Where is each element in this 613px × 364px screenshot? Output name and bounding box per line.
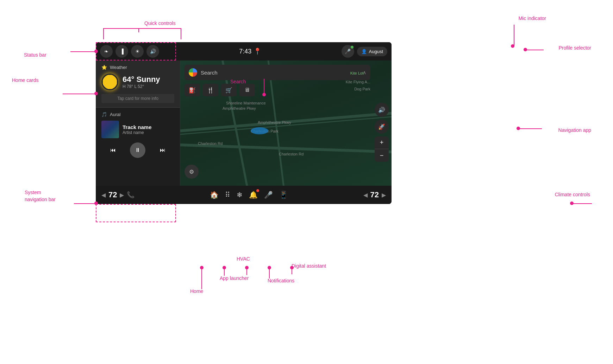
place-shoreline: Shoreline Maintenance [226,101,266,105]
screen-poi-button[interactable]: 🖥 [239,84,255,96]
weather-info: 64° Sunny H 78° L 52° [123,75,160,89]
status-bar-connector [70,51,96,52]
volume-button[interactable]: 🔊 [146,45,159,58]
car-ui-screen: ❧ ▐ ☀ 🔊 7:43 📍 🎤 👤 August [96,42,392,204]
annotation-search: Search [230,79,246,84]
temp-up-right-button[interactable]: ▶ [382,192,386,198]
home-cards-panel: ⭐ Weather 64° Sunny H 78° L 52° Tap card… [96,60,180,186]
map-search-bar[interactable]: Search ∧ [184,65,370,80]
brightness-button[interactable]: ☀ [131,45,144,58]
search-input[interactable]: Search [201,70,359,76]
system-nav-dashed-box [96,204,176,222]
map-settings-button[interactable]: ⚙ [184,165,199,179]
volume-icon: 🔊 [150,49,156,54]
weather-title-row: ⭐ Weather [101,65,174,70]
road-label-3: Charleston Rd [198,141,223,146]
annotation-home: Home [190,288,203,294]
status-bar-left: ❧ ▐ ☀ 🔊 [100,45,159,58]
volume-map-button[interactable]: 🔊 [375,103,389,117]
mic-connector-v [514,25,514,46]
weather-card[interactable]: ⭐ Weather 64° Sunny H 78° L 52° Tap card… [96,60,180,108]
location-marker [251,127,268,134]
place-dog-park: Dog Park [354,87,370,91]
navigation-button[interactable]: 🚀 [375,120,389,134]
quick-controls-line-h [103,28,181,29]
applauncher-dot [223,266,226,269]
notification-badge [256,189,259,192]
phone-icon[interactable]: 📞 [127,191,135,199]
mic-icon: 🎤 [345,49,351,54]
zoom-in-button[interactable]: + [375,136,389,149]
assistant-button[interactable]: 🎤 [264,191,273,199]
hvac-button[interactable]: ❄ [237,191,243,199]
play-pause-button[interactable]: ⏸ [130,142,145,158]
annotation-status-bar: Status bar [24,52,46,58]
home-cards-connector [63,94,96,94]
annotation-hvac: HVAC [237,256,250,262]
weather-main-content: 64° Sunny H 78° L 52° [101,74,174,90]
bluetooth-button[interactable]: ❧ [100,45,113,58]
phone-call-button[interactable]: 📱 [279,191,288,199]
annotation-app-launcher: App launcher [220,275,249,281]
quick-controls-line-v2 [181,28,181,39]
notifications-connector [269,268,270,279]
home-button[interactable]: 🏠 [210,191,219,199]
music-title-row: 🎵 Aural [101,112,174,117]
system-nav-connector [74,203,96,204]
status-bar-right: 🎤 👤 August [342,45,387,58]
nav-icons-center: 🏠 ⠿ ❄ 🔔 🎤 📱 [210,191,288,199]
music-app-icon: 🎵 [101,112,107,117]
annotation-digital-assistant: Digital assistant [292,263,326,269]
temp-down-right-button[interactable]: ◀ [363,192,368,198]
weather-icon: ⭐ [101,65,107,70]
temp-up-left-button[interactable]: ▶ [120,192,124,198]
album-art [101,121,119,138]
nav-app-connector [519,128,542,129]
place-kite-flying: Kite Flying A... [346,80,370,84]
food-poi-button[interactable]: 🍴 [203,84,218,96]
track-info: Track name Artist name [123,124,152,135]
nav-app-dot [517,127,520,130]
profile-dot [524,48,527,51]
notifications-dot [268,266,271,269]
road-label-4: Charleston Rd [279,152,304,156]
climate-connector [573,203,592,204]
profile-icon: 👤 [361,49,367,54]
assistant-dot [290,266,294,269]
maps-logo-icon [189,68,197,77]
mic-active-dot [351,46,354,49]
home-cards-dot [94,92,98,95]
signal-button[interactable]: ▐ [115,45,128,58]
annotation-system-nav: Systemnavigation bar [25,189,56,203]
temp-down-left-button[interactable]: ◀ [101,192,106,198]
quick-controls-line-v1 [103,28,104,39]
mic-button[interactable]: 🎤 [342,45,354,58]
annotation-profile-selector: Profile selector [558,45,591,51]
road-label-2: Amphitheatre Pkwy [258,120,291,124]
profile-selector-button[interactable]: 👤 August [357,47,387,56]
next-track-button[interactable]: ⏭ [156,144,169,157]
zoom-out-button[interactable]: − [375,149,389,162]
climate-left-controls: ◀ 72 ▶ 📞 [101,190,135,199]
fuel-poi-button[interactable]: ⛽ [184,84,200,96]
mic-dot-annotation [511,44,514,48]
status-bar-dot [94,50,98,53]
annotation-quick-controls: Quick controls [144,20,176,26]
brightness-icon: ☀ [135,49,140,54]
time-display: 7:43 📍 [239,47,261,55]
road-label-1: Amphitheatre Pkwy [223,106,256,110]
sun-icon [101,74,118,90]
annotation-climate: Climate controls [555,192,590,197]
notifications-button[interactable]: 🔔 [249,191,258,199]
music-card[interactable]: 🎵 Aural Track name Artist name ⏮ ⏸ ⏭ [96,108,180,162]
svg-line-2 [180,145,392,152]
navigation-app-area[interactable]: Search ∧ ⛽ 🍴 🛒 🖥 Amphitheatre Pkwy Amphi… [180,60,392,186]
hvac-dot [245,266,249,269]
climate-right-controls: ◀ 72 ▶ [363,190,386,199]
shopping-poi-button[interactable]: 🛒 [221,84,237,96]
prev-track-button[interactable]: ⏮ [107,144,119,157]
app-launcher-button[interactable]: ⠿ [225,191,230,199]
map-right-controls: 🔊 🚀 + − [375,103,389,162]
svg-line-1 [180,117,392,134]
temp-left-display: 72 [108,190,117,199]
